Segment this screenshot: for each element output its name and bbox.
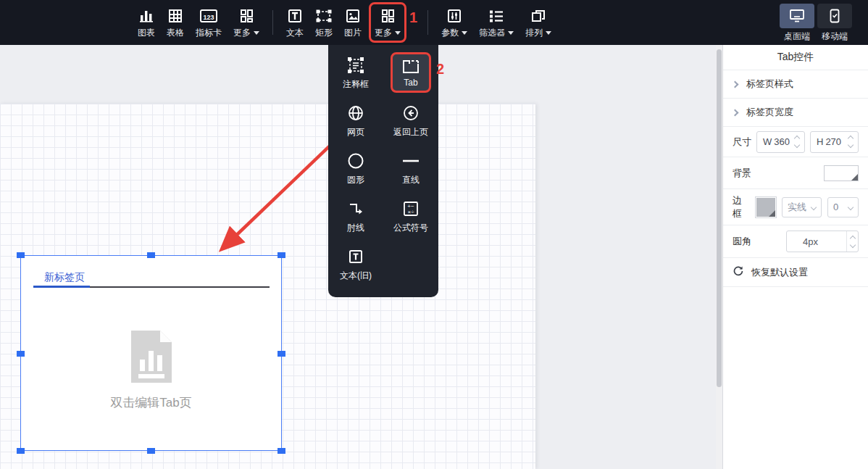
width-stepper[interactable] [791, 136, 803, 147]
caret-down-icon [508, 31, 514, 35]
resize-handle-bottom-mid[interactable] [147, 448, 155, 454]
tab-page-label[interactable]: 新标签页 [44, 271, 85, 284]
toolbar-arrange-button[interactable]: 排列 [519, 4, 557, 41]
sidebar-title: Tab控件 [723, 45, 868, 70]
resize-handle-top-mid[interactable] [147, 252, 155, 258]
menu-item-webpage[interactable]: 网页 [328, 97, 383, 145]
desktop-monitor-icon [780, 4, 814, 28]
radius-label: 圆角 [733, 235, 751, 248]
height-prefix: H [817, 136, 823, 147]
border-style-value: 实线 [788, 201, 806, 214]
height-stepper[interactable] [845, 136, 856, 147]
menu-item-text-old[interactable]: 文本(旧) [328, 241, 383, 289]
stepper-down-icon[interactable] [794, 142, 800, 148]
menu-item-straight-line[interactable]: 直线 [383, 145, 438, 193]
toolbar-parameter-button[interactable]: 参数 [435, 4, 473, 41]
image-icon [345, 7, 361, 24]
section-tab-page-width[interactable]: 标签页宽度 [723, 99, 868, 127]
width-input[interactable]: W 360 [756, 131, 805, 153]
toolbar-image-button[interactable]: 图片 [338, 4, 367, 41]
globe-icon [347, 104, 364, 122]
tab-widget[interactable]: 新标签页 双击编辑Tab页 [20, 255, 282, 451]
menu-item-tab[interactable]: Tab [391, 52, 431, 93]
resize-handle-top-right[interactable] [277, 252, 285, 258]
toolbar-item-label: 图片 [344, 27, 362, 39]
resize-handle-right-mid[interactable] [277, 351, 285, 357]
menu-item-annotation-box[interactable]: 注释框 [328, 49, 383, 97]
device-label: 移动端 [822, 30, 848, 43]
properties-sidebar: Tab控件 标签页样式 标签页宽度 尺寸 W 360 H 270 背景 [722, 45, 868, 469]
stepper-up-icon[interactable] [794, 136, 800, 141]
stepper-up-icon[interactable] [848, 136, 854, 141]
vertical-scrollbar[interactable] [716, 45, 722, 469]
menu-item-circle[interactable]: 圆形 [328, 145, 383, 193]
menu-item-elbow-line[interactable]: 肘线 [328, 193, 383, 241]
toolbar-item-label: 指标卡 [196, 27, 222, 39]
tab-active-indicator [33, 286, 90, 288]
tab-edit-hint: 双击编辑Tab页 [110, 394, 191, 411]
toolbar-item-label: 更多 [375, 27, 401, 39]
svg-text:123: 123 [203, 13, 214, 20]
scrollbar-thumb[interactable] [717, 49, 722, 387]
filter-list-icon [488, 7, 505, 24]
annotation-step-1: 1 [409, 9, 417, 26]
menu-item-label: 网页 [347, 126, 364, 138]
resize-handle-bottom-left[interactable] [17, 448, 25, 454]
section-label: 标签页样式 [746, 78, 793, 91]
annotation-box-icon [346, 57, 365, 74]
border-row: 边框 实线 0 [723, 189, 868, 225]
section-tab-page-style[interactable]: 标签页样式 [723, 70, 868, 99]
height-input[interactable]: H 270 [810, 131, 859, 153]
toolbar-chart-button[interactable]: 图表 [132, 4, 161, 41]
toolbar-item-label: 筛选器 [479, 27, 514, 39]
toolbar-divider [427, 10, 428, 35]
stepper-down-icon[interactable] [849, 241, 855, 247]
stepper-up-icon[interactable] [849, 235, 855, 241]
menu-item-formula-symbol[interactable]: +−×÷ 公式符号 [383, 193, 438, 241]
border-color-swatch[interactable] [756, 197, 776, 217]
chevron-right-icon [732, 109, 739, 116]
menu-item-label: 公式符号 [393, 222, 428, 234]
rectangle-icon [315, 7, 333, 24]
menu-item-label: 直线 [402, 174, 420, 186]
toolbar-kpi-card-button[interactable]: 123 指标卡 [190, 4, 228, 41]
bar-chart-icon [138, 7, 154, 24]
resize-handle-bottom-right[interactable] [277, 448, 285, 454]
menu-item-back-previous-page[interactable]: 返回上页 [383, 97, 438, 145]
reset-defaults-button[interactable]: 恢复默认设置 [723, 258, 868, 287]
radius-input[interactable]: 4px [786, 231, 859, 252]
border-style-select[interactable]: 实线 [782, 197, 822, 217]
toolbar-more-widgets-button[interactable]: 更多 [228, 4, 265, 41]
resize-handle-left-mid[interactable] [17, 351, 25, 357]
tab-widget-body[interactable]: 双击编辑Tab页 [21, 289, 281, 450]
toolbar-filter-button[interactable]: 筛选器 [473, 4, 519, 41]
width-value: 360 [774, 136, 791, 147]
border-width-select[interactable]: 0 [827, 197, 859, 217]
toolbar-rectangle-button[interactable]: 矩形 [309, 4, 338, 41]
radius-value: 4px [787, 236, 846, 247]
radius-stepper[interactable] [846, 231, 858, 252]
reset-label: 恢复默认设置 [751, 266, 808, 279]
toolbar-item-label: 表格 [167, 27, 184, 39]
toolbar-text-button[interactable]: 文本 [280, 4, 309, 41]
toolbar-more-button-highlighted[interactable]: 更多 [369, 2, 406, 43]
caret-down-icon [546, 31, 551, 35]
svg-text:×÷: ×÷ [407, 209, 414, 215]
device-desktop-button[interactable]: 桌面端 [780, 4, 814, 43]
toolbar-item-label: 图表 [138, 27, 155, 39]
toolbar-table-button[interactable]: 表格 [161, 4, 190, 41]
background-color-swatch[interactable] [824, 165, 859, 181]
chevron-down-icon [848, 204, 854, 209]
table-icon [167, 7, 183, 24]
arrange-layers-icon [530, 7, 546, 24]
menu-item-label: 文本(旧) [340, 270, 372, 282]
kpi-123-icon: 123 [199, 7, 218, 24]
resize-handle-top-left[interactable] [17, 252, 25, 258]
device-mobile-button[interactable]: 移动端 [817, 4, 852, 43]
top-toolbar: 图表 表格 123 指标卡 更多 文本 [0, 0, 868, 45]
reset-icon [733, 265, 744, 279]
formula-symbol-icon: +−×÷ [402, 200, 420, 217]
stepper-down-icon[interactable] [848, 142, 854, 148]
elbow-line-icon [347, 200, 364, 217]
toolbar-item-label: 矩形 [315, 27, 333, 39]
